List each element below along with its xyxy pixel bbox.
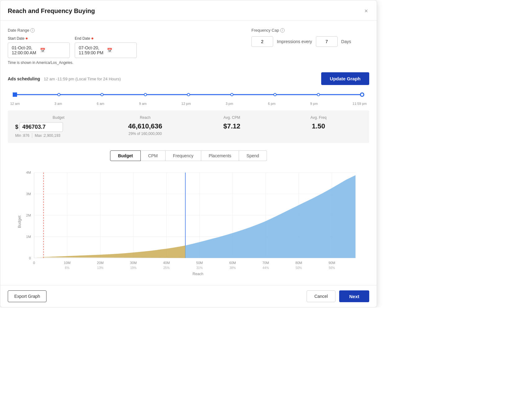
svg-text:0: 0 [29,256,31,260]
next-button[interactable]: Next [339,290,369,302]
top-section: Date Range i Start Date 01-Oct-20, 12:00… [8,28,369,65]
tab-placements[interactable]: Placements [201,150,239,161]
avg-freq-metric: Avg. Freq 1.50 [275,115,362,130]
scheduling-header: Ads scheduling 12 am -11:59 pm (Local Ti… [8,72,369,85]
budget-input[interactable] [20,122,63,132]
avg-cpm-metric: Avg. CPM $7.12 [188,115,275,130]
end-required-dot [91,38,93,39]
start-calendar-icon: 📅 [40,48,66,53]
svg-text:Reach: Reach [193,271,203,276]
impressions-input[interactable] [251,36,273,47]
date-range-section: Date Range i Start Date 01-Oct-20, 12:00… [8,28,227,65]
export-graph-button[interactable]: Export Graph [8,290,47,302]
budget-dollar: $ [15,124,18,130]
svg-text:44%: 44% [263,266,269,270]
avg-cpm-value: $7.12 [188,122,275,130]
timeline-dot-6[interactable] [273,93,277,96]
svg-text:50M: 50M [196,261,203,264]
svg-text:25%: 25% [163,266,170,270]
timeline: 12 am 3 am 6 am 9 am 12 pm 3 pm 6 pm 9 p… [8,90,369,105]
modal-footer: Export Graph Cancel Next [0,285,377,307]
budget-label: Budget [15,115,102,120]
scheduling-section: Ads scheduling 12 am -11:59 pm (Local Ti… [8,72,369,105]
timeline-dot-4[interactable] [187,93,190,96]
tab-frequency[interactable]: Frequency [166,150,201,161]
svg-text:56%: 56% [329,266,335,270]
timeline-dot-0[interactable] [13,92,17,97]
tab-spend[interactable]: Spend [239,150,267,161]
cancel-button[interactable]: Cancel [307,290,336,302]
start-date-label: Start Date [8,36,70,41]
modal-header: Reach and Frequency Buying × [0,0,377,20]
timeline-label-7: 9 pm [310,102,318,105]
timeline-label-8: 11:59 pm [352,102,367,105]
timeline-label-5: 3 pm [226,102,233,105]
budget-divider [32,133,32,138]
svg-text:4M: 4M [26,171,31,174]
chart-svg: Budget 4M 3M 2M 1M 0 [15,166,362,278]
svg-text:Budget: Budget [18,215,22,228]
svg-text:0: 0 [33,261,35,264]
timeline-labels: 12 am 3 am 6 am 9 am 12 pm 3 pm 6 pm 9 p… [10,102,367,105]
reach-label: Reach [102,115,189,120]
timeline-label-3: 9 am [139,102,147,105]
close-button[interactable]: × [363,7,369,15]
svg-text:1M: 1M [26,235,31,239]
timeline-dot-5[interactable] [230,93,233,96]
svg-text:31%: 31% [196,266,202,270]
avg-freq-value: 1.50 [275,122,362,130]
svg-text:3M: 3M [26,192,31,196]
date-range-label: Date Range i [8,28,227,33]
budget-max: Max :2,900,193 [35,133,60,138]
end-date-label: End Date [75,36,137,41]
end-date-value: 07-Oct-20, 11:59:00 PM [79,45,104,55]
start-date-input[interactable]: 01-Oct-20, 12:00:00 AM 📅 [8,43,70,58]
budget-min: Min :876 [15,133,29,138]
start-required-dot [26,38,28,39]
timeline-dot-8[interactable] [360,92,364,97]
modal-container: Reach and Frequency Buying × Date Range … [0,0,377,307]
svg-text:6%: 6% [65,266,69,270]
scheduling-time: 12 am -11:59 pm (Local Time for 24 Hours… [44,77,121,81]
svg-text:60M: 60M [229,261,236,264]
chart-area: Budget 4M 3M 2M 1M 0 [15,166,362,278]
svg-text:38%: 38% [229,266,236,270]
svg-text:70M: 70M [262,261,269,264]
frequency-cap-label: Frequency Cap i [251,28,369,33]
end-date-field: End Date 07-Oct-20, 11:59:00 PM 📅 [75,36,137,58]
days-input[interactable] [316,36,338,47]
svg-text:20M: 20M [97,261,104,264]
timeline-dot-7[interactable] [317,93,320,96]
start-date-value: 01-Oct-20, 12:00:00 AM [12,45,38,55]
timeline-dot-3[interactable] [144,93,147,96]
timeline-dot-2[interactable] [100,93,104,96]
metrics-section: Budget $ Min :876 Max :2,900,193 Reach 4… [8,110,369,143]
scheduling-title: Ads scheduling [8,76,40,81]
timeline-dot-1[interactable] [57,93,60,96]
end-date-input[interactable]: 07-Oct-20, 11:59:00 PM 📅 [75,43,137,58]
svg-text:13%: 13% [97,266,103,270]
date-range-info-icon[interactable]: i [30,28,35,33]
avg-freq-label: Avg. Freq [275,115,362,120]
impressions-label: Impressions every [277,39,312,44]
update-graph-button[interactable]: Update Graph [321,72,369,85]
reach-value: 46,610,636 [102,122,189,130]
footer-right: Cancel Next [307,290,369,302]
timeline-label-0: 12 am [10,102,20,105]
timeline-label-4: 12 pm [181,102,191,105]
frequency-inputs: Impressions every Days [251,36,369,47]
scheduling-title-row: Ads scheduling 12 am -11:59 pm (Local Ti… [8,76,121,81]
svg-text:90M: 90M [329,261,335,264]
tab-budget[interactable]: Budget [110,150,140,161]
reach-sub: 29% of 160,000,000 [102,132,189,136]
date-inputs: Start Date 01-Oct-20, 12:00:00 AM 📅 End … [8,36,227,58]
budget-sub: Min :876 Max :2,900,193 [15,133,102,138]
svg-text:80M: 80M [295,261,302,264]
modal-title: Reach and Frequency Buying [8,7,95,15]
start-date-field: Start Date 01-Oct-20, 12:00:00 AM 📅 [8,36,70,58]
frequency-cap-info-icon[interactable]: i [280,28,285,33]
modal-body: Date Range i Start Date 01-Oct-20, 12:00… [0,20,377,285]
tab-cpm[interactable]: CPM [141,150,166,161]
svg-text:19%: 19% [130,266,136,270]
timeline-label-6: 6 pm [268,102,275,105]
